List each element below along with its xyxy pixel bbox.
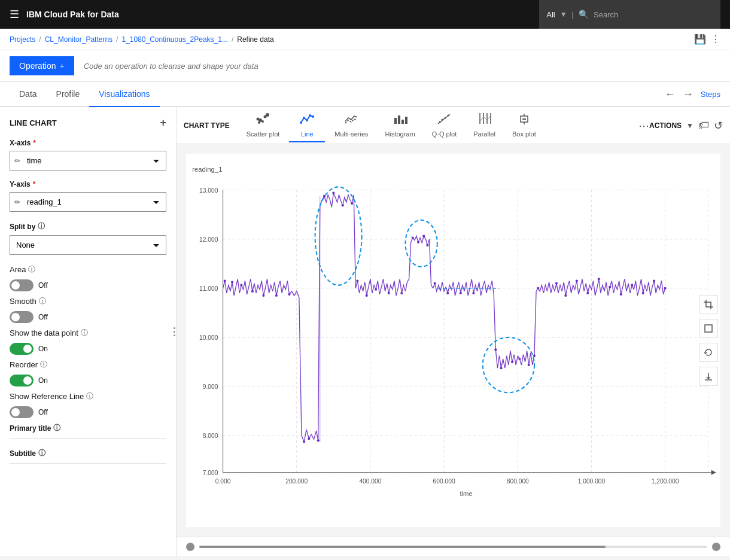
svg-rect-109 xyxy=(705,325,712,332)
svg-point-7 xyxy=(303,117,305,119)
show-data-point-info-icon[interactable]: ⓘ xyxy=(81,328,88,338)
svg-point-85 xyxy=(426,244,428,246)
breadcrumb-dataset[interactable]: 1_1080_Continuous_2Peaks_1... xyxy=(121,35,227,44)
chart-type-qq[interactable]: Q-Q plot xyxy=(425,108,464,142)
crop-icon-btn[interactable] xyxy=(699,295,718,314)
svg-point-105 xyxy=(642,292,644,294)
svg-text:9.000: 9.000 xyxy=(203,384,218,390)
nav-back-button[interactable]: ← xyxy=(665,88,676,101)
oval-right-upper xyxy=(405,220,437,267)
reorder-label: Reorder ⓘ xyxy=(10,360,47,370)
svg-rect-12 xyxy=(398,115,400,124)
svg-point-87 xyxy=(446,292,449,294)
reset-icon-btn[interactable] xyxy=(699,343,718,362)
primary-title-info-icon[interactable]: ⓘ xyxy=(53,423,60,433)
svg-point-104 xyxy=(631,284,633,287)
menu-icon[interactable]: ☰ xyxy=(10,8,19,21)
svg-text:12.000: 12.000 xyxy=(199,236,218,243)
panel-resize-handle[interactable] xyxy=(172,314,176,349)
smooth-info-icon[interactable]: ⓘ xyxy=(39,296,46,306)
scrollbar-track[interactable] xyxy=(199,546,707,548)
tab-data[interactable]: Data xyxy=(10,82,47,107)
breadcrumb-monitor[interactable]: CL_Monitor_Patterns xyxy=(45,35,112,44)
operation-bar: Operation + Code an operation to cleanse… xyxy=(0,50,730,82)
operation-hint: Code an operation to cleanse and shape y… xyxy=(84,62,258,71)
chart-type-histogram[interactable]: Histogram xyxy=(378,108,422,142)
nav-forward-button[interactable]: → xyxy=(683,88,694,101)
svg-point-10 xyxy=(312,115,314,118)
svg-point-101 xyxy=(598,278,600,280)
smooth-toggle-state: Off xyxy=(38,313,48,321)
svg-text:reading_1: reading_1 xyxy=(192,166,222,173)
chart-area: reading_1 xyxy=(177,144,730,537)
primary-title-label: Primary title ⓘ xyxy=(10,423,166,433)
search-bar: All ▼ | 🔍 xyxy=(539,0,720,29)
split-by-select[interactable]: None xyxy=(10,235,166,255)
chart-type-scatter[interactable]: Scatter plot xyxy=(239,108,287,142)
svg-point-74 xyxy=(342,204,344,206)
download-icon-btn[interactable] xyxy=(699,367,718,386)
x-axis-group: X-axis* ✏ time xyxy=(10,139,166,171)
save-icon[interactable]: 💾 xyxy=(694,34,706,45)
chart-type-more-button[interactable]: ⋯ xyxy=(638,119,649,132)
scrollbar-right-handle[interactable] xyxy=(712,543,720,551)
more-icon[interactable]: ⋮ xyxy=(711,34,720,45)
subtitle-info-icon[interactable]: ⓘ xyxy=(38,448,45,458)
show-data-point-row: Show the data point ⓘ xyxy=(10,328,166,338)
y-axis-label: Y-axis* xyxy=(10,180,166,188)
y-axis-select-wrapper: ✏ reading_1 xyxy=(10,192,166,212)
split-by-info-icon[interactable]: ⓘ xyxy=(38,221,45,232)
tag-button[interactable]: 🏷 xyxy=(698,119,709,132)
svg-point-64 xyxy=(240,284,242,287)
svg-point-78 xyxy=(366,294,368,297)
svg-text:1,000.000: 1,000.000 xyxy=(578,478,606,485)
tabs-bar: Data Profile Visualizations ← → Steps xyxy=(0,82,730,107)
x-axis-select[interactable]: time xyxy=(10,151,166,171)
y-axis-select[interactable]: reading_1 xyxy=(10,192,166,212)
svg-point-67 xyxy=(275,294,278,297)
svg-point-103 xyxy=(620,293,622,296)
svg-point-81 xyxy=(400,292,403,294)
tab-visualizations[interactable]: Visualizations xyxy=(89,82,159,107)
frame-icon-btn[interactable] xyxy=(699,319,718,338)
chart-type-multiseries[interactable]: Multi-series xyxy=(327,108,375,142)
operation-button[interactable]: Operation + xyxy=(10,56,74,75)
smooth-toggle[interactable] xyxy=(10,311,34,323)
show-data-point-toggle[interactable] xyxy=(10,343,34,355)
svg-text:11.000: 11.000 xyxy=(199,285,218,292)
chart-type-parallel[interactable]: Parallel xyxy=(466,108,503,142)
breadcrumb-projects[interactable]: Projects xyxy=(10,35,35,44)
reorder-toggle[interactable] xyxy=(10,375,34,386)
tab-profile[interactable]: Profile xyxy=(47,82,90,107)
chart-type-line[interactable]: Line xyxy=(289,108,325,142)
area-toggle[interactable] xyxy=(10,279,34,291)
svg-text:10.000: 10.000 xyxy=(199,334,218,341)
svg-text:7.000: 7.000 xyxy=(203,470,218,476)
svg-point-2 xyxy=(261,120,264,123)
scrollbar-left-handle[interactable] xyxy=(186,543,194,551)
show-data-point-control: On xyxy=(10,343,166,355)
area-toggle-control: Off xyxy=(10,279,166,291)
svg-rect-14 xyxy=(405,117,407,124)
svg-point-3 xyxy=(258,121,260,124)
add-chart-button[interactable]: + xyxy=(160,117,166,129)
subtitle-label: Subtitle ⓘ xyxy=(10,448,166,458)
steps-link[interactable]: Steps xyxy=(701,90,720,99)
show-data-point-state: On xyxy=(38,345,48,353)
reorder-info-icon[interactable]: ⓘ xyxy=(40,360,47,370)
svg-point-62 xyxy=(224,279,226,282)
chart-actions: ACTIONS ▼ 🏷 ↺ xyxy=(649,119,723,132)
reference-line-toggle[interactable] xyxy=(10,406,34,418)
chart-types: Scatter plot Line Multi-series xyxy=(239,108,634,142)
chart-type-boxplot[interactable]: Box plot xyxy=(505,108,543,142)
svg-point-93 xyxy=(518,358,521,360)
search-input[interactable] xyxy=(594,10,713,19)
svg-point-97 xyxy=(555,282,558,284)
reorder-control: On xyxy=(10,375,166,386)
refresh-button[interactable]: ↺ xyxy=(714,119,723,132)
scrollbar-thumb[interactable] xyxy=(199,546,606,548)
svg-point-107 xyxy=(664,287,667,290)
reference-line-info-icon[interactable]: ⓘ xyxy=(86,391,93,401)
area-info-icon[interactable]: ⓘ xyxy=(28,264,35,275)
svg-point-106 xyxy=(653,279,655,282)
